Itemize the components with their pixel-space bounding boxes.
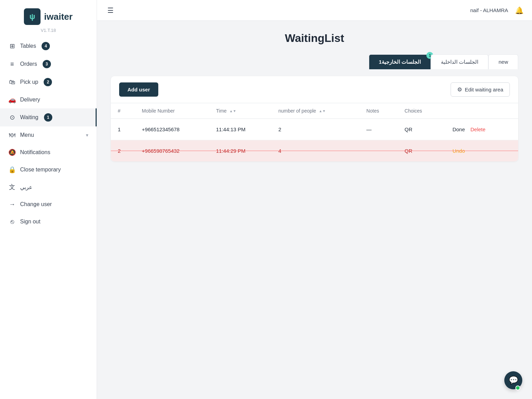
sidebar-item-pickup-label: Pick up xyxy=(20,79,38,85)
sidebar-item-menu[interactable]: 🍽Menu▾ xyxy=(0,126,97,144)
tables-icon: ⊞ xyxy=(8,42,16,50)
row-notes: — xyxy=(360,119,398,140)
menu-toggle-button[interactable]: ☰ xyxy=(105,4,116,17)
main-area: ☰ naif - ALHAMRA 🔔 WaitingList الجلسات ا… xyxy=(97,0,532,399)
row-time: 11:44:29 PM xyxy=(209,140,272,162)
content-area: WaitingList الجلسات الخارجية11الجلسات ال… xyxy=(97,21,532,399)
col-header-number-of-people: number of people ▲▼ xyxy=(272,103,360,119)
waiting-table-card: Add user ⚙ Edit waiting area #Mobile Num… xyxy=(111,76,518,161)
sidebar-item-tables[interactable]: ⊞Tables4 xyxy=(0,37,97,55)
row-time: 11:44:13 PM xyxy=(209,119,272,140)
sign-out-icon: ⎋ xyxy=(8,218,16,225)
orders-badge: 3 xyxy=(43,60,51,68)
row-choices: QR xyxy=(398,119,443,140)
sidebar-item-change-user-label: Change user xyxy=(20,201,52,207)
sidebar-item-waiting-label: Waiting xyxy=(20,114,38,121)
sidebar-item-close-temporary[interactable]: 🔒Close temporary xyxy=(0,161,97,178)
row-choices: QR xyxy=(398,140,443,162)
action-delete-button[interactable]: Delete xyxy=(468,125,488,134)
action-undo-button[interactable]: Undo xyxy=(450,147,468,155)
tabs-bar: الجلسات الخارجية11الجلسات الداخليةnew xyxy=(111,54,518,69)
arabic-icon: 文 xyxy=(8,183,16,191)
sidebar: ψ iwaiter V1.T.18 ⊞Tables4≡Orders3🛍Pick … xyxy=(0,0,97,399)
sidebar-item-delivery-label: Delivery xyxy=(20,97,40,103)
tab-external[interactable]: الجلسات الخارجية11 xyxy=(369,54,431,69)
sort-icon[interactable]: ▲▼ xyxy=(319,109,326,113)
orders-icon: ≡ xyxy=(8,60,16,68)
menu-chevron-icon: ▾ xyxy=(86,132,88,138)
table-row: 1+96651234567811:44:13 PM2—QRDoneDelete xyxy=(111,119,518,140)
waiting-badge: 1 xyxy=(44,113,52,122)
pickup-badge: 2 xyxy=(44,78,52,86)
edit-area-label: Edit waiting area xyxy=(465,87,503,92)
sidebar-item-pickup[interactable]: 🛍Pick up2 xyxy=(0,73,97,91)
col-header-time: Time ▲▼ xyxy=(209,103,272,119)
sidebar-item-orders[interactable]: ≡Orders3 xyxy=(0,55,97,73)
logo-text: iwaiter xyxy=(44,11,72,22)
edit-waiting-area-button[interactable]: ⚙ Edit waiting area xyxy=(451,82,510,97)
topbar: ☰ naif - ALHAMRA 🔔 xyxy=(97,0,532,21)
sidebar-item-orders-label: Orders xyxy=(20,61,37,67)
sidebar-item-sign-out[interactable]: ⎋Sign out xyxy=(0,213,97,230)
sidebar-item-arabic-label: عربي xyxy=(20,184,33,190)
row-number: 1 xyxy=(111,119,135,140)
row-actions: Undo xyxy=(443,140,518,162)
row-notes xyxy=(360,140,398,162)
page-title: WaitingList xyxy=(111,32,518,45)
change-user-icon: → xyxy=(8,201,16,208)
tab-new[interactable]: new xyxy=(488,54,518,69)
sidebar-item-arabic[interactable]: 文عربي xyxy=(0,178,97,196)
sidebar-item-tables-label: Tables xyxy=(20,43,36,49)
chat-icon: 💬 xyxy=(509,376,518,385)
sidebar-item-close-temporary-label: Close temporary xyxy=(20,167,61,173)
row-people: 4 xyxy=(272,140,360,162)
waiting-table: #Mobile NumberTime ▲▼number of people ▲▼… xyxy=(111,103,518,161)
sidebar-item-menu-label: Menu xyxy=(20,132,34,138)
tab-internal[interactable]: الجلسات الداخلية xyxy=(431,54,488,69)
bell-icon[interactable]: 🔔 xyxy=(515,6,524,15)
row-mobile: +966512345678 xyxy=(135,119,209,140)
user-info-label: naif - ALHAMRA xyxy=(470,7,508,13)
topbar-right: naif - ALHAMRA 🔔 xyxy=(470,6,524,15)
logo-mark: ψ iwaiter xyxy=(24,8,72,25)
sidebar-item-notifications[interactable]: 🔕Notifications xyxy=(0,144,97,161)
row-people: 2 xyxy=(272,119,360,140)
sort-icon[interactable]: ▲▼ xyxy=(229,109,236,113)
chat-bubble-button[interactable]: 💬 xyxy=(504,371,522,389)
pickup-icon: 🛍 xyxy=(8,78,16,86)
sidebar-item-waiting[interactable]: ⊙Waiting1 xyxy=(0,108,97,126)
col-header-mobile-number: Mobile Number xyxy=(135,103,209,119)
row-mobile: +966598765432 xyxy=(135,140,209,162)
close-temporary-icon: 🔒 xyxy=(8,166,16,174)
version-label: V1.T.18 xyxy=(41,28,56,33)
add-user-button[interactable]: Add user xyxy=(119,82,158,97)
sidebar-item-change-user[interactable]: →Change user xyxy=(0,196,97,213)
waiting-icon: ⊙ xyxy=(8,114,16,121)
menu-icon: 🍽 xyxy=(8,131,16,139)
gear-icon: ⚙ xyxy=(457,86,462,93)
col-header-#: # xyxy=(111,103,135,119)
sidebar-item-notifications-label: Notifications xyxy=(20,149,50,156)
row-actions: DoneDelete xyxy=(443,119,518,140)
tables-badge: 4 xyxy=(42,42,50,50)
table-actions-bar: Add user ⚙ Edit waiting area xyxy=(111,76,518,103)
col-header-choices: Choices xyxy=(398,103,443,119)
row-number: 2 xyxy=(111,140,135,162)
table-row: 2+96659876543211:44:29 PM4QRUndo xyxy=(111,140,518,162)
action-done-button[interactable]: Done xyxy=(450,125,468,134)
sidebar-item-delivery[interactable]: 🚗Delivery xyxy=(0,91,97,108)
notifications-icon: 🔕 xyxy=(8,149,16,156)
col-header-notes: Notes xyxy=(360,103,398,119)
logo-icon: ψ xyxy=(24,8,41,25)
delivery-icon: 🚗 xyxy=(8,96,16,104)
sidebar-item-sign-out-label: Sign out xyxy=(20,219,41,225)
logo-container: ψ iwaiter V1.T.18 xyxy=(0,0,97,37)
